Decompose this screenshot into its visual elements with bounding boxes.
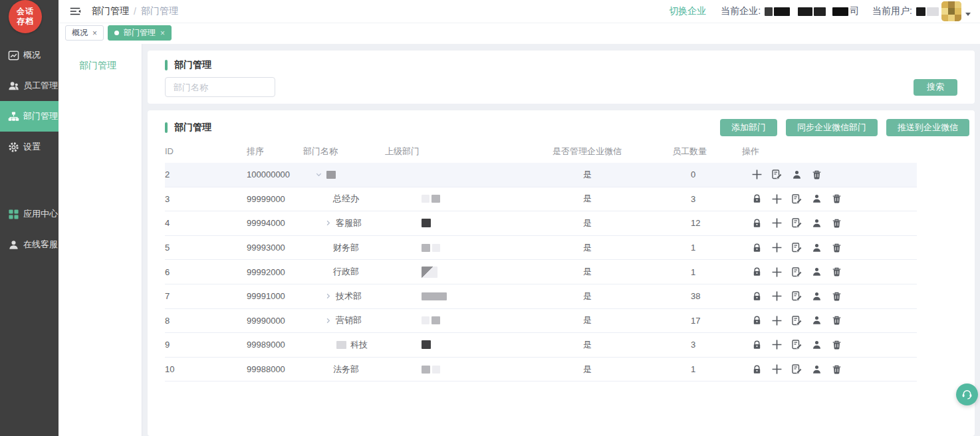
trash-action-icon[interactable] <box>811 169 822 180</box>
org-icon <box>8 111 19 122</box>
plus-action-icon[interactable] <box>771 217 783 229</box>
table-row[interactable]: 2100000000是0 <box>165 163 917 187</box>
lock-action-icon[interactable] <box>751 242 763 253</box>
cell-parent-department <box>385 340 552 349</box>
tab-overview[interactable]: 概况× <box>65 25 104 41</box>
table-row[interactable]: 699992000行政部是1 <box>165 260 917 284</box>
table-row[interactable]: 599993000财务部是1 <box>165 236 917 261</box>
sidebar-item-department-management[interactable]: 部门管理 <box>0 101 59 132</box>
trash-action-icon[interactable] <box>831 290 842 302</box>
user-avatar[interactable] <box>941 1 961 21</box>
lock-action-icon[interactable] <box>751 193 763 205</box>
plus-action-icon[interactable] <box>771 193 783 205</box>
tab-close-icon[interactable]: × <box>160 29 165 38</box>
current-user-label: 当前用户: <box>872 5 912 17</box>
lock-action-icon[interactable] <box>751 315 763 326</box>
user-action-icon[interactable] <box>811 242 822 253</box>
plus-action-icon[interactable] <box>771 267 783 278</box>
lock-action-icon[interactable] <box>751 217 763 229</box>
edit-action-icon[interactable] <box>791 364 802 375</box>
apps-icon <box>8 209 19 220</box>
sidebar-item-employee-management[interactable]: 员工管理 <box>0 70 59 101</box>
department-name-input[interactable] <box>165 77 275 97</box>
department-table-panel: 部门管理 添加部门同步企业微信部门推送到企业微信 ID排序部门名称上级部门是否管… <box>148 110 975 436</box>
collapse-tree-icon[interactable] <box>315 171 322 178</box>
cell-sort: 99990000 <box>247 316 303 326</box>
cell-manage-wework: 是 <box>552 193 672 205</box>
user-menu-caret-icon[interactable] <box>965 13 971 16</box>
user-action-icon[interactable] <box>811 267 822 278</box>
plus-action-icon[interactable] <box>771 364 783 375</box>
people-icon <box>8 80 19 92</box>
cell-employee-count: 0 <box>672 169 742 179</box>
edit-action-icon[interactable] <box>791 339 802 350</box>
cell-sort: 99994000 <box>247 218 303 228</box>
tab-department-management[interactable]: 部门管理× <box>108 25 172 41</box>
user-action-icon[interactable] <box>811 290 822 302</box>
tab-close-icon[interactable]: × <box>92 29 97 38</box>
plus-action-icon[interactable] <box>771 315 783 326</box>
cell-employee-count: 1 <box>672 364 742 374</box>
edit-action-icon[interactable] <box>791 193 802 205</box>
trash-action-icon[interactable] <box>831 364 842 375</box>
plus-action-icon[interactable] <box>771 290 783 302</box>
breadcrumb-item[interactable]: 部门管理 <box>92 5 129 17</box>
table-row[interactable]: 799991000技术部是38 <box>165 284 917 309</box>
plus-action-icon[interactable] <box>771 339 783 350</box>
add-department-button[interactable]: 添加部门 <box>720 119 777 136</box>
cell-parent-department <box>385 316 552 324</box>
expand-tree-icon[interactable] <box>324 317 332 324</box>
expand-tree-icon[interactable] <box>324 219 332 227</box>
user-action-icon[interactable] <box>791 169 802 180</box>
trash-action-icon[interactable] <box>831 193 842 205</box>
lock-action-icon[interactable] <box>751 364 763 375</box>
subsidebar-item-department-management[interactable]: 部门管理 <box>59 54 142 77</box>
trash-action-icon[interactable] <box>831 339 842 350</box>
push-to-wework-button[interactable]: 推送到企业微信 <box>886 119 969 136</box>
sync-wework-departments-button[interactable]: 同步企业微信部门 <box>786 119 878 136</box>
lock-action-icon[interactable] <box>751 339 763 350</box>
sidebar-item-overview[interactable]: 概况 <box>0 40 59 70</box>
sidebar-nav: 概况员工管理部门管理设置应用中心在线客服 <box>0 40 59 260</box>
edit-action-icon[interactable] <box>791 242 802 253</box>
edit-action-icon[interactable] <box>791 217 802 229</box>
cell-parent-department <box>385 267 552 278</box>
content-row: 部门管理 部门管理 搜索 部门管 <box>59 44 980 436</box>
trash-action-icon[interactable] <box>831 217 842 229</box>
trash-action-icon[interactable] <box>831 315 842 326</box>
table-row[interactable]: 399999000总经办是3 <box>165 187 917 212</box>
table-row[interactable]: 999989000科技是3 <box>165 333 917 358</box>
table-row[interactable]: 899990000营销部是17 <box>165 309 917 334</box>
sidebar-item-online-support[interactable]: 在线客服 <box>0 229 59 260</box>
sidebar-item-app-center[interactable]: 应用中心 <box>0 199 59 229</box>
trash-action-icon[interactable] <box>831 267 842 278</box>
user-action-icon[interactable] <box>811 193 822 205</box>
user-action-icon[interactable] <box>811 339 822 350</box>
trash-action-icon[interactable] <box>831 242 842 253</box>
redacted-user-name <box>916 7 939 16</box>
cell-manage-wework: 是 <box>552 339 672 351</box>
table-row[interactable]: 499994000客服部是12 <box>165 211 917 236</box>
search-button[interactable]: 搜索 <box>914 79 957 96</box>
customer-support-floating-button[interactable] <box>956 383 978 405</box>
topbar: 部门管理 / 部门管理 切换企业 当前企业: 司 当前用户: <box>59 0 980 23</box>
lock-action-icon[interactable] <box>751 290 763 302</box>
edit-action-icon[interactable] <box>771 169 783 180</box>
cell-id: 3 <box>165 194 247 204</box>
user-action-icon[interactable] <box>811 217 822 229</box>
plus-action-icon[interactable] <box>771 242 783 253</box>
plus-action-icon[interactable] <box>751 169 763 180</box>
lock-action-icon[interactable] <box>751 267 763 278</box>
edit-action-icon[interactable] <box>791 315 802 326</box>
department-name-text: 法务部 <box>333 364 359 376</box>
cell-parent-department <box>385 219 552 227</box>
edit-action-icon[interactable] <box>791 290 802 302</box>
user-action-icon[interactable] <box>811 315 822 326</box>
sidebar-item-settings[interactable]: 设置 <box>0 132 59 162</box>
user-action-icon[interactable] <box>811 364 822 375</box>
switch-company-link[interactable]: 切换企业 <box>669 5 706 17</box>
expand-tree-icon[interactable] <box>324 292 332 300</box>
table-row[interactable]: 1099988000法务部是1 <box>165 358 917 382</box>
edit-action-icon[interactable] <box>791 267 802 278</box>
collapse-menu-icon[interactable] <box>69 6 81 17</box>
